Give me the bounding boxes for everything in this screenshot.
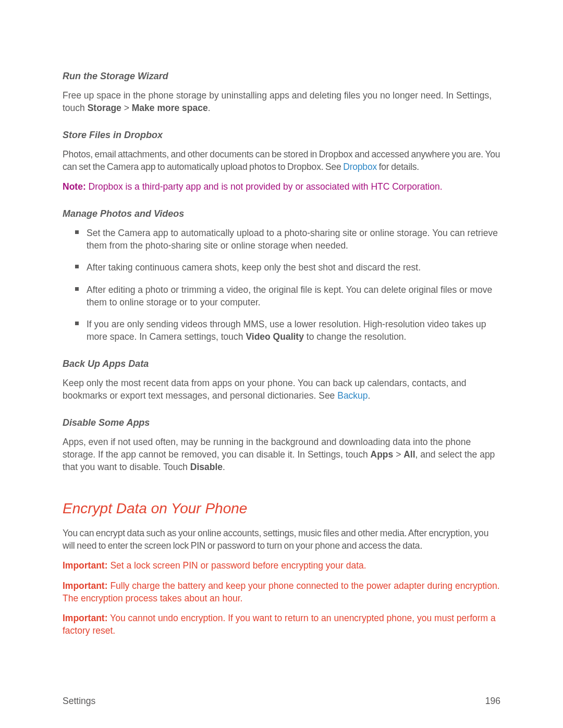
text: .	[368, 390, 371, 401]
bold-text: Storage	[88, 103, 121, 113]
text: After editing a photo or trimming a vide…	[87, 285, 492, 307]
paragraph: You can encrypt data such as your online…	[63, 527, 500, 552]
important-note: Important: Fully charge the battery and …	[63, 579, 500, 604]
text: .	[208, 103, 211, 113]
page-footer: Settings 196	[63, 695, 500, 707]
section-storage-wizard: Run the Storage Wizard Free up space in …	[63, 70, 500, 114]
bold-text: Video Quality	[246, 331, 304, 342]
important-label: Important:	[63, 581, 108, 591]
section-encrypt: Encrypt Data on Your Phone You can encry…	[63, 499, 500, 637]
bold-text: Make more space	[132, 103, 208, 113]
link-dropbox[interactable]: Dropbox	[343, 162, 377, 172]
document-page: Run the Storage Wizard Free up space in …	[0, 0, 563, 728]
important-label: Important:	[63, 613, 108, 623]
heading-photos: Manage Photos and Videos	[63, 207, 500, 220]
important-label: Important:	[63, 560, 108, 571]
section-dropbox: Store Files in Dropbox Photos, email att…	[63, 129, 500, 193]
list-item: After taking continuous camera shots, ke…	[75, 261, 500, 274]
important-note: Important: Set a lock screen PIN or pass…	[63, 559, 500, 572]
bullet-list: Set the Camera app to automatically uplo…	[63, 227, 500, 343]
heading-encrypt: Encrypt Data on Your Phone	[63, 499, 500, 519]
heading-backup: Back Up Apps Data	[63, 357, 500, 371]
paragraph: Photos, email attachments, and other doc…	[63, 148, 500, 173]
important-body: Set a lock screen PIN or password before…	[108, 560, 366, 571]
heading-disable: Disable Some Apps	[63, 416, 500, 429]
note-body: Dropbox is a third-party app and is not …	[86, 181, 443, 192]
text: to change the resolution.	[304, 331, 407, 342]
text: Photos, email attachments, and other doc…	[63, 149, 500, 172]
text: >	[393, 449, 403, 460]
paragraph: Free up space in the phone storage by un…	[63, 89, 500, 114]
section-backup: Back Up Apps Data Keep only the most rec…	[63, 357, 500, 402]
bold-text: Apps	[371, 449, 394, 460]
heading-dropbox: Store Files in Dropbox	[63, 129, 500, 142]
important-body: Fully charge the battery and keep your p…	[63, 581, 500, 603]
text: >	[121, 103, 132, 113]
paragraph: Apps, even if not used often, may be run…	[63, 436, 500, 473]
text: Set the Camera app to automatically uplo…	[87, 228, 498, 251]
important-body: You cannot undo encryption. If you want …	[63, 613, 496, 636]
list-item: If you are only sending videos through M…	[75, 318, 500, 343]
text: Keep only the most recent data from apps…	[63, 378, 466, 401]
paragraph: Keep only the most recent data from apps…	[63, 377, 500, 402]
bold-text: All	[403, 449, 415, 460]
bold-text: Disable	[190, 462, 223, 472]
footer-page-number: 196	[485, 695, 500, 707]
important-note: Important: You cannot undo encryption. I…	[63, 612, 500, 637]
section-disable: Disable Some Apps Apps, even if not used…	[63, 416, 500, 473]
note: Note: Dropbox is a third-party app and i…	[63, 180, 500, 193]
text: for details.	[377, 162, 419, 172]
list-item: Set the Camera app to automatically uplo…	[75, 227, 500, 252]
list-item: After editing a photo or trimming a vide…	[75, 283, 500, 309]
link-backup[interactable]: Backup	[337, 390, 368, 401]
text: After taking continuous camera shots, ke…	[87, 262, 421, 273]
note-label: Note:	[63, 181, 86, 192]
footer-section: Settings	[63, 695, 95, 707]
text: .	[223, 462, 225, 472]
section-photos: Manage Photos and Videos Set the Camera …	[63, 207, 500, 343]
heading-storage-wizard: Run the Storage Wizard	[63, 70, 500, 83]
